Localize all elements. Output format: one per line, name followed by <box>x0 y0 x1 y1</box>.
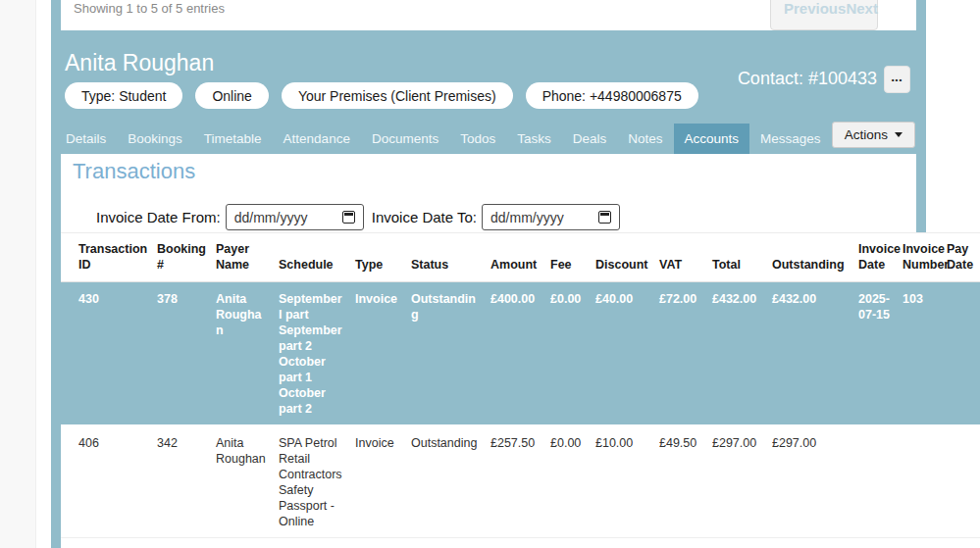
table-cell <box>945 425 980 538</box>
badge-online: Online <box>195 82 268 109</box>
transactions-table: Transaction ID Booking # Payer Name Sche… <box>61 232 980 538</box>
col-header-payer-name[interactable]: Payer Name <box>214 233 277 282</box>
table-cell: SPA Petrol Retail Contractors Safety Pas… <box>277 425 353 538</box>
table-cell: £297.00 <box>770 425 856 538</box>
col-header-booking-number[interactable]: Booking # <box>155 233 214 282</box>
table-cell: Invoice <box>353 282 409 426</box>
invoice-date-to-label: Invoice Date To: <box>372 209 477 225</box>
col-header-discount[interactable]: Discount <box>593 233 657 282</box>
table-row-selected[interactable]: 430 378 Anita Roughan September I part S… <box>61 282 980 426</box>
table-cell: Outstanding <box>409 425 489 538</box>
contact-id-label: Contact: #100433 <box>738 69 877 89</box>
actions-button[interactable]: Actions <box>832 122 915 148</box>
table-cell: 406 <box>61 425 155 538</box>
actions-button-label: Actions <box>845 127 888 142</box>
table-cell <box>901 425 945 538</box>
table-cell: £49.50 <box>657 425 710 538</box>
col-header-schedule[interactable]: Schedule <box>277 233 353 282</box>
table-cell: 430 <box>61 282 155 426</box>
table-cell: September I part September part 2 Octobe… <box>277 282 353 426</box>
contact-badges: Type: Student Online Your Premises (Clie… <box>65 82 698 109</box>
col-header-type[interactable]: Type <box>353 233 409 282</box>
pager: Previous Next <box>770 0 878 30</box>
table-cell: £297.00 <box>710 425 770 538</box>
col-header-amount[interactable]: Amount <box>489 233 548 282</box>
tab-documents[interactable]: Documents <box>361 124 449 154</box>
table-cell: £0.00 <box>548 425 593 538</box>
table-cell: £432.00 <box>770 282 856 426</box>
transactions-table-wrapper: Transaction ID Booking # Payer Name Sche… <box>61 232 980 548</box>
col-header-invoice-number[interactable]: Invoice Number <box>901 233 945 282</box>
contact-panel: Showing 1 to 5 of 5 entries Previous Nex… <box>51 0 926 548</box>
col-header-status[interactable]: Status <box>409 233 489 282</box>
contact-name: Anita Roughan <box>65 50 214 76</box>
table-cell: £257.50 <box>489 425 548 538</box>
tab-notes[interactable]: Notes <box>617 124 673 154</box>
showing-entries-text: Showing 1 to 5 of 5 entries <box>74 0 225 17</box>
invoice-date-to-input[interactable] <box>490 210 594 225</box>
col-header-vat[interactable]: VAT <box>657 233 710 282</box>
transactions-card: Transactions Invoice Date From: Invoice … <box>61 154 916 548</box>
table-cell: £40.00 <box>593 282 657 426</box>
calendar-icon[interactable] <box>342 211 355 224</box>
col-header-invoice-date[interactable]: Invoice Date <box>856 233 901 282</box>
badge-premises: Your Premises (Client Premises) <box>282 82 513 109</box>
table-cell <box>945 282 980 426</box>
page-background-strip <box>0 0 36 548</box>
table-cell: £432.00 <box>710 282 770 426</box>
invoice-date-from-label: Invoice Date From: <box>96 209 221 225</box>
calendar-icon[interactable] <box>598 211 611 224</box>
badge-phone: Phone: +44980006875 <box>526 82 698 109</box>
invoice-date-from-input[interactable] <box>234 210 338 225</box>
table-cell: Outstanding <box>409 282 489 426</box>
col-header-total[interactable]: Total <box>710 233 770 282</box>
table-cell: £10.00 <box>593 425 657 538</box>
col-header-fee[interactable]: Fee <box>548 233 593 282</box>
col-header-pay-date[interactable]: Pay Date <box>945 233 980 282</box>
tab-tasks[interactable]: Tasks <box>506 124 562 154</box>
table-header-row: Transaction ID Booking # Payer Name Sche… <box>61 233 980 282</box>
more-options-button[interactable]: ••• <box>884 66 910 93</box>
table-cell: 342 <box>155 425 214 538</box>
tab-todos[interactable]: Todos <box>449 124 506 154</box>
contact-tabs: Details Bookings Timetable Attendance Do… <box>55 124 905 154</box>
table-cell: Anita Roughan <box>214 282 277 426</box>
previous-button[interactable]: Previous <box>784 0 846 17</box>
table-cell: Anita Roughan <box>214 425 277 538</box>
table-cell: £72.00 <box>657 282 710 426</box>
transactions-title: Transactions <box>73 159 195 184</box>
tab-timetable[interactable]: Timetable <box>193 124 273 154</box>
col-header-outstanding[interactable]: Outstanding <box>770 233 856 282</box>
next-button[interactable]: Next <box>846 0 878 17</box>
table-cell: £400.00 <box>489 282 548 426</box>
table-row[interactable]: 406 342 Anita Roughan SPA Petrol Retail … <box>61 425 980 538</box>
col-header-transaction-id[interactable]: Transaction ID <box>61 233 155 282</box>
pagination-card: Showing 1 to 5 of 5 entries Previous Nex… <box>61 0 916 30</box>
table-cell: 2025-07-15 <box>856 282 901 426</box>
tab-attendance[interactable]: Attendance <box>273 124 361 154</box>
invoice-date-filters: Invoice Date From: Invoice Date To: <box>96 204 620 230</box>
table-cell <box>856 425 901 538</box>
table-cell: £0.00 <box>548 282 593 426</box>
table-cell: 103 <box>901 282 945 426</box>
table-cell: Invoice <box>353 425 409 538</box>
tab-deals[interactable]: Deals <box>562 124 618 154</box>
ellipsis-icon: ••• <box>892 75 903 84</box>
caret-down-icon <box>895 132 903 137</box>
tab-messages[interactable]: Messages <box>749 124 832 154</box>
invoice-date-to-field[interactable] <box>482 204 620 230</box>
badge-type: Type: Student <box>65 82 182 109</box>
tab-bookings[interactable]: Bookings <box>117 124 193 154</box>
tab-accounts[interactable]: Accounts <box>674 124 750 154</box>
invoice-date-from-field[interactable] <box>226 204 364 230</box>
table-cell: 378 <box>155 282 214 426</box>
tab-details[interactable]: Details <box>55 124 117 154</box>
